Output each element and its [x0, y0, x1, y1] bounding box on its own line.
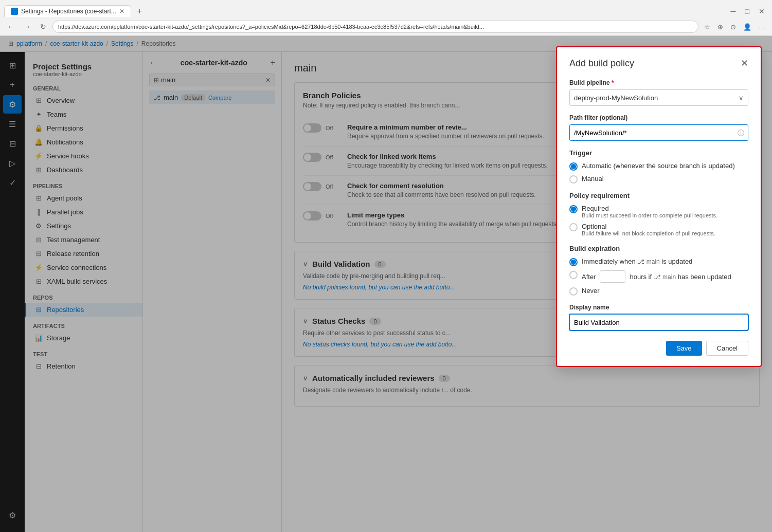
expiration-immediately[interactable]: Immediately when ⎇ main is updated	[569, 258, 748, 266]
browser-chrome: Settings - Repositories (coe-start... ✕ …	[0, 0, 772, 36]
modal-footer: Save Cancel	[569, 341, 748, 356]
share-button[interactable]: ⊙	[728, 22, 739, 32]
forward-button[interactable]: →	[21, 21, 34, 33]
back-button[interactable]: ←	[4, 21, 17, 33]
display-name-label: Display name	[569, 304, 748, 311]
tab-close-button[interactable]: ✕	[119, 8, 124, 15]
expiration-after-suffix: hours if ⎇ main has been updated	[630, 273, 731, 281]
build-pipeline-value: deploy-prod-MyNewSolution	[574, 94, 658, 102]
trigger-label: Trigger	[569, 149, 748, 157]
trigger-automatic-label: Automatic (whenever the source branch is…	[582, 162, 735, 170]
policy-optional[interactable]: Optional Build failure will not block co…	[569, 223, 748, 236]
add-build-policy-modal: Add build policy ✕ Build pipeline * depl…	[556, 46, 762, 367]
cancel-button[interactable]: Cancel	[706, 341, 748, 356]
build-expiration-radio-group: Immediately when ⎇ main is updated After…	[569, 258, 748, 296]
new-tab-button[interactable]: +	[133, 5, 146, 18]
policy-required[interactable]: Required Build must succeed in order to …	[569, 205, 748, 218]
reload-button[interactable]: ↻	[37, 21, 49, 33]
profile-button[interactable]: 👤	[741, 22, 754, 32]
save-button[interactable]: Save	[666, 341, 702, 356]
trigger-manual[interactable]: Manual	[569, 175, 748, 184]
policy-requirement-label: Policy requirement	[569, 192, 748, 199]
tab-favicon	[11, 8, 18, 15]
policy-optional-label: Optional	[582, 223, 715, 230]
policy-required-sublabel: Build must succeed in order to complete …	[582, 212, 717, 218]
policy-optional-radio[interactable]	[569, 223, 578, 231]
policy-required-radio[interactable]	[569, 205, 578, 213]
minimize-button[interactable]: ─	[728, 5, 739, 17]
expiration-branch-inline: ⎇ main	[637, 258, 659, 265]
modal-title: Add build policy	[569, 58, 634, 69]
restore-button[interactable]: □	[742, 5, 752, 17]
expiration-immediately-label: Immediately when ⎇ main is updated	[582, 258, 692, 265]
build-pipeline-select[interactable]: deploy-prod-MyNewSolution ∨	[569, 89, 748, 106]
hours-input[interactable]	[600, 270, 625, 283]
required-star: *	[612, 79, 614, 86]
policy-requirement-radio-group: Required Build must succeed in order to …	[569, 205, 748, 236]
expiration-never[interactable]: Never	[569, 287, 748, 296]
modal-close-button[interactable]: ✕	[741, 58, 748, 69]
build-pipeline-arrow-icon: ∨	[739, 94, 744, 102]
collection-button[interactable]: ⊕	[715, 22, 726, 32]
trigger-radio-group: Automatic (whenever the source branch is…	[569, 162, 748, 184]
close-window-button[interactable]: ✕	[756, 5, 768, 17]
star-button[interactable]: ☆	[702, 22, 713, 32]
policy-required-label: Required	[582, 205, 717, 212]
trigger-manual-radio[interactable]	[569, 175, 578, 184]
path-filter-info-icon[interactable]: ⓘ	[738, 129, 744, 138]
expiration-immediately-radio[interactable]	[569, 258, 578, 266]
modal-header: Add build policy ✕	[569, 58, 748, 69]
expiration-after-row: After hours if ⎇ main has been updated	[582, 270, 731, 283]
tab-title: Settings - Repositories (coe-start...	[21, 8, 116, 15]
expiration-after-radio[interactable]	[569, 271, 578, 279]
trigger-manual-label: Manual	[582, 175, 604, 182]
policy-optional-sublabel: Build failure will not block completion …	[582, 230, 715, 236]
menu-button[interactable]: …	[756, 22, 768, 32]
browser-controls: ← → ↻ ☆ ⊕ ⊙ 👤 …	[0, 18, 772, 35]
browser-actions: ☆ ⊕ ⊙ 👤 …	[702, 22, 768, 32]
browser-tab-active[interactable]: Settings - Repositories (coe-start... ✕	[4, 5, 131, 17]
address-bar[interactable]	[52, 21, 698, 33]
expiration-never-radio[interactable]	[569, 287, 578, 296]
expiration-after[interactable]: After hours if ⎇ main has been updated	[569, 270, 748, 283]
expiration-after-label: After	[582, 273, 596, 281]
tab-bar: Settings - Repositories (coe-start... ✕ …	[0, 0, 772, 18]
trigger-automatic[interactable]: Automatic (whenever the source branch is…	[569, 162, 748, 171]
display-name-input[interactable]	[569, 314, 748, 331]
path-filter-input[interactable]	[569, 124, 748, 141]
build-pipeline-label: Build pipeline *	[569, 79, 748, 86]
trigger-automatic-radio[interactable]	[569, 162, 578, 171]
path-filter-label: Path filter (optional)	[569, 114, 748, 121]
expiration-never-label: Never	[582, 287, 600, 295]
build-expiration-label: Build expiration	[569, 245, 748, 252]
